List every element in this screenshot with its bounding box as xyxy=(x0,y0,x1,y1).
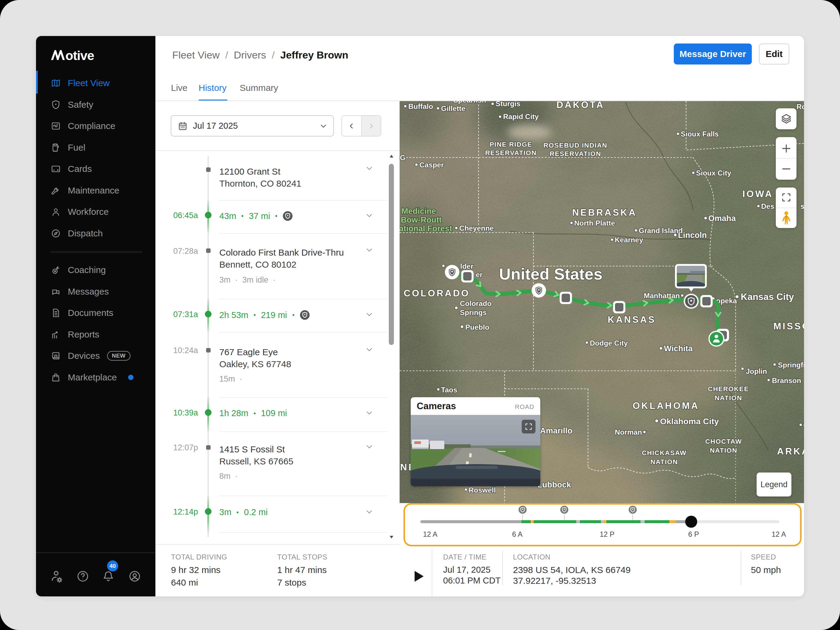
svg-text:OKLAHOMA: OKLAHOMA xyxy=(633,401,699,411)
svg-text:G: G xyxy=(400,153,406,162)
svg-text:IOWA: IOWA xyxy=(742,189,774,199)
svg-text:North Platte: North Platte xyxy=(574,219,615,227)
svg-text:MISSOURI: MISSOURI xyxy=(774,321,804,332)
svg-text:lder: lder xyxy=(460,262,474,270)
svg-text:Sioux Falls: Sioux Falls xyxy=(681,130,719,138)
svg-text:KANSAS: KANSAS xyxy=(608,314,656,325)
svg-text:Des: Des xyxy=(761,202,774,210)
svg-text:Medicine: Medicine xyxy=(401,207,436,216)
svg-text:Springs: Springs xyxy=(460,308,486,316)
svg-text:United States: United States xyxy=(499,265,602,283)
svg-text:NEBRASKA: NEBRASKA xyxy=(572,207,637,218)
svg-text:Rapid City: Rapid City xyxy=(503,112,539,121)
svg-text:Amarillo: Amarillo xyxy=(540,426,572,435)
svg-text:Buffalo: Buffalo xyxy=(408,102,433,111)
svg-text:Branson: Branson xyxy=(772,376,801,385)
svg-text:RESERVATION: RESERVATION xyxy=(549,150,601,158)
svg-text:opeka: opeka xyxy=(716,297,737,305)
svg-text:Gillette: Gillette xyxy=(441,104,465,112)
svg-text:DAKOTA: DAKOTA xyxy=(556,101,605,110)
svg-text:Omaha: Omaha xyxy=(708,214,736,223)
svg-text:Springfield: Springfield xyxy=(778,361,804,369)
svg-text:Bow-Routt: Bow-Routt xyxy=(401,215,442,224)
svg-text:Wichita: Wichita xyxy=(664,344,693,353)
svg-text:Sioux City: Sioux City xyxy=(696,169,731,177)
svg-text:Cheyenne: Cheyenne xyxy=(459,224,494,232)
svg-text:NATION: NATION xyxy=(710,447,737,454)
svg-text:Sturgis: Sturgis xyxy=(496,101,521,108)
svg-text:Casper: Casper xyxy=(419,161,444,169)
svg-text:Taos: Taos xyxy=(441,386,457,394)
svg-text:Norman: Norman xyxy=(615,428,642,436)
svg-text:ARKANSAS: ARKANSAS xyxy=(777,446,804,456)
svg-text:Kansas City: Kansas City xyxy=(741,292,794,302)
svg-text:Pueblo: Pueblo xyxy=(465,323,489,331)
svg-text:Ro: Ro xyxy=(796,103,804,111)
svg-text:Lincoln: Lincoln xyxy=(678,231,707,240)
svg-text:er: er xyxy=(476,271,483,279)
svg-text:CHICKASAW: CHICKASAW xyxy=(642,449,687,456)
svg-text:Dodge City: Dodge City xyxy=(590,339,628,347)
svg-text:ational Forest: ational Forest xyxy=(399,224,452,233)
svg-text:CHEROKEE: CHEROKEE xyxy=(708,385,749,393)
svg-text:ROSEBUD INDIAN: ROSEBUD INDIAN xyxy=(543,142,608,149)
svg-text:Lubbock: Lubbock xyxy=(537,480,571,489)
svg-text:Spearfish: Spearfish xyxy=(453,101,486,104)
svg-text:COLORADO: COLORADO xyxy=(404,288,470,298)
svg-text:CHOCTAW: CHOCTAW xyxy=(705,438,742,445)
svg-text:Joplin: Joplin xyxy=(746,367,767,375)
svg-text:Roswell: Roswell xyxy=(469,486,496,494)
svg-text:C: C xyxy=(804,421,804,429)
svg-text:Kearney: Kearney xyxy=(615,236,643,244)
svg-text:NATION: NATION xyxy=(715,394,742,402)
svg-text:RESERVATION: RESERVATION xyxy=(485,149,537,156)
svg-text:otive: otive xyxy=(65,48,94,62)
svg-text:NATION: NATION xyxy=(651,458,678,466)
svg-text:Colorado: Colorado xyxy=(460,299,491,308)
svg-text:s: s xyxy=(801,202,804,210)
svg-text:PINE RIDGE: PINE RIDGE xyxy=(489,141,532,148)
svg-text:Oklahoma City: Oklahoma City xyxy=(660,417,719,426)
